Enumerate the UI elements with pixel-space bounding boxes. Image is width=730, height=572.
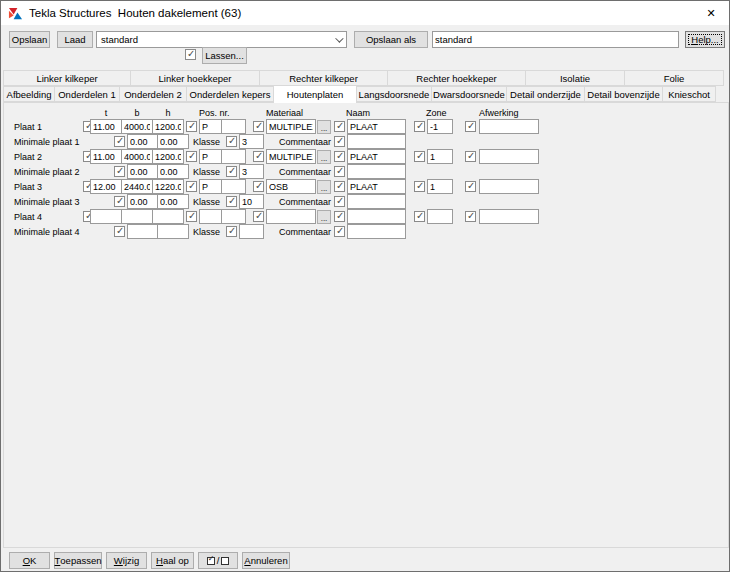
- materiaal-checkbox[interactable]: [253, 181, 264, 192]
- save-as-button[interactable]: Opslaan als: [354, 31, 428, 48]
- t-field[interactable]: [90, 119, 122, 134]
- afwerking-field[interactable]: [479, 119, 539, 134]
- h-field[interactable]: [152, 179, 184, 194]
- min-h-field[interactable]: [157, 134, 189, 149]
- pos-nr-start-field[interactable]: [221, 119, 246, 134]
- get-button[interactable]: Haal op: [151, 552, 194, 569]
- min-dimensions-checkbox[interactable]: [114, 196, 125, 207]
- min-b-field[interactable]: [127, 194, 158, 209]
- help-button[interactable]: Help...: [685, 31, 725, 48]
- tab-detail-onderzijde[interactable]: Detail onderzijde: [506, 86, 585, 102]
- tab-onderdelen-1[interactable]: Onderdelen 1: [54, 86, 120, 102]
- materiaal-checkbox[interactable]: [253, 151, 264, 162]
- min-h-field[interactable]: [157, 224, 189, 239]
- commentaar-checkbox[interactable]: [334, 226, 345, 237]
- tab-dwarsdoorsnede[interactable]: Dwarsdoorsnede: [431, 86, 507, 102]
- tab-linker-hoekkeper[interactable]: Linker hoekkeper: [130, 70, 260, 86]
- tab-isolatie[interactable]: Isolatie: [525, 70, 625, 86]
- zone-field[interactable]: [427, 119, 453, 134]
- naam-checkbox[interactable]: [334, 121, 345, 132]
- load-button[interactable]: Laad: [57, 31, 93, 48]
- cancel-button[interactable]: Annuleren: [242, 552, 290, 569]
- h-field[interactable]: [152, 149, 184, 164]
- t-field[interactable]: [90, 209, 122, 224]
- zone-checkbox[interactable]: [414, 211, 425, 222]
- materiaal-checkbox[interactable]: [253, 211, 264, 222]
- t-field[interactable]: [90, 179, 122, 194]
- commentaar-checkbox[interactable]: [334, 166, 345, 177]
- materiaal-browse-button[interactable]: ...: [317, 120, 331, 134]
- commentaar-field[interactable]: [347, 224, 406, 239]
- tab-afbeelding[interactable]: Afbeelding: [3, 86, 55, 102]
- zone-checkbox[interactable]: [414, 181, 425, 192]
- ok-button[interactable]: OK: [9, 552, 50, 569]
- naam-field[interactable]: [347, 149, 406, 164]
- klasse-field[interactable]: [239, 164, 264, 179]
- pos-nr-prefix-field[interactable]: [199, 149, 222, 164]
- materiaal-browse-button[interactable]: ...: [317, 180, 331, 194]
- commentaar-checkbox[interactable]: [334, 196, 345, 207]
- naam-checkbox[interactable]: [334, 181, 345, 192]
- b-field[interactable]: [121, 149, 153, 164]
- h-field[interactable]: [152, 209, 184, 224]
- apply-button[interactable]: Toepassen: [54, 552, 102, 569]
- klasse-checkbox[interactable]: [226, 196, 237, 207]
- tab-linker-kilkeper[interactable]: Linker kilkeper: [3, 70, 131, 86]
- pos-nr-checkbox[interactable]: [186, 211, 197, 222]
- materiaal-browse-button[interactable]: ...: [317, 150, 331, 164]
- naam-field[interactable]: [347, 209, 406, 224]
- pos-nr-prefix-field[interactable]: [199, 209, 222, 224]
- materiaal-field[interactable]: [266, 149, 316, 164]
- naam-field[interactable]: [347, 179, 406, 194]
- materiaal-browse-button[interactable]: ...: [317, 210, 331, 224]
- b-field[interactable]: [121, 119, 153, 134]
- klasse-checkbox[interactable]: [226, 166, 237, 177]
- afwerking-checkbox[interactable]: [465, 211, 476, 222]
- materiaal-field[interactable]: [266, 119, 316, 134]
- min-b-field[interactable]: [127, 164, 158, 179]
- h-field[interactable]: [152, 119, 184, 134]
- afwerking-field[interactable]: [479, 209, 539, 224]
- pos-nr-checkbox[interactable]: [186, 151, 197, 162]
- naam-field[interactable]: [347, 119, 406, 134]
- weld-checkbox[interactable]: [185, 49, 196, 60]
- tab-rechter-kilkeper[interactable]: Rechter kilkeper: [259, 70, 388, 86]
- save-as-name-input[interactable]: [432, 31, 679, 48]
- min-dimensions-checkbox[interactable]: [114, 166, 125, 177]
- klasse-checkbox[interactable]: [226, 226, 237, 237]
- pos-nr-start-field[interactable]: [221, 209, 246, 224]
- commentaar-field[interactable]: [347, 134, 406, 149]
- pos-nr-start-field[interactable]: [221, 179, 246, 194]
- tab-onderdelen-kepers[interactable]: Onderdelen kepers: [186, 86, 274, 102]
- zone-field[interactable]: [427, 149, 453, 164]
- tab-onderdelen-2[interactable]: Onderdelen 2: [119, 86, 187, 102]
- klasse-field[interactable]: [239, 134, 264, 149]
- pos-nr-prefix-field[interactable]: [199, 179, 222, 194]
- t-field[interactable]: [90, 149, 122, 164]
- zone-checkbox[interactable]: [414, 151, 425, 162]
- pos-nr-checkbox[interactable]: [186, 181, 197, 192]
- min-h-field[interactable]: [157, 164, 189, 179]
- naam-checkbox[interactable]: [334, 151, 345, 162]
- modify-button[interactable]: Wijzig: [106, 552, 147, 569]
- naam-checkbox[interactable]: [334, 211, 345, 222]
- save-button[interactable]: Opslaan: [9, 31, 50, 48]
- afwerking-field[interactable]: [479, 149, 539, 164]
- klasse-checkbox[interactable]: [226, 136, 237, 147]
- min-dimensions-checkbox[interactable]: [114, 136, 125, 147]
- klasse-field[interactable]: [239, 194, 264, 209]
- zone-field[interactable]: [427, 209, 453, 224]
- afwerking-checkbox[interactable]: [465, 181, 476, 192]
- commentaar-checkbox[interactable]: [334, 136, 345, 147]
- min-dimensions-checkbox[interactable]: [114, 226, 125, 237]
- profile-select[interactable]: standard: [96, 31, 347, 48]
- weld-button[interactable]: Lassen...: [202, 47, 247, 64]
- pos-nr-checkbox[interactable]: [186, 121, 197, 132]
- klasse-field[interactable]: [239, 224, 264, 239]
- zone-checkbox[interactable]: [414, 121, 425, 132]
- materiaal-field[interactable]: [266, 179, 316, 194]
- zone-field[interactable]: [427, 179, 453, 194]
- tab-langsdoorsnede[interactable]: Langsdoorsnede: [356, 86, 432, 102]
- commentaar-field[interactable]: [347, 194, 406, 209]
- close-icon[interactable]: ✕: [693, 1, 729, 25]
